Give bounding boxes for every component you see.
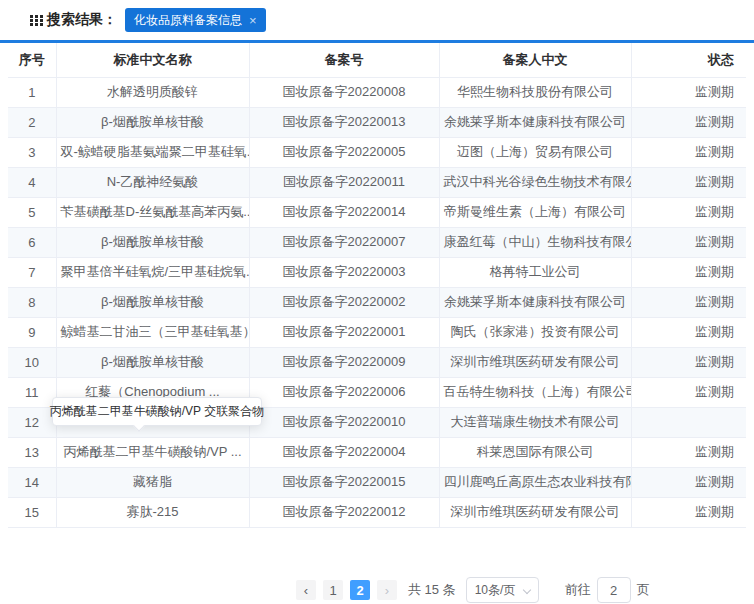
table-cell-registrant: 科莱恩国际有限公司 [439, 437, 631, 467]
chevron-down-icon [522, 586, 530, 594]
table-cell-status: 监测期 [631, 137, 746, 167]
tooltip-text: 丙烯酰基二甲基牛磺酸钠/VP 交联聚合物 [50, 403, 264, 420]
filter-tag-label: 化妆品原料备案信息 [134, 12, 242, 29]
table-row[interactable]: 6β-烟酰胺单核苷酸国妆原备字20220007康盈红莓（中山）生物科技有限公..… [8, 227, 746, 257]
table-cell-reg_no: 国妆原备字20220014 [249, 197, 439, 227]
table-row[interactable]: 7聚甲基倍半硅氧烷/三甲基硅烷氧...国妆原备字20220003格苒特工业公司监… [8, 257, 746, 287]
results-label: 搜索结果： [47, 11, 117, 29]
table-cell-registrant: 深圳市维琪医药研发有限公司 [439, 347, 631, 377]
table-cell-registrant: 大连普瑞康生物技术有限公司 [439, 407, 631, 437]
table-cell-status: 监测期 [631, 227, 746, 257]
table-cell-no: 15 [8, 497, 56, 527]
page-button-1[interactable]: 1 [323, 580, 343, 600]
table-cell-registrant: 陶氏（张家港）投资有限公司 [439, 317, 631, 347]
column-header: 备案人中文 [439, 43, 631, 77]
table-cell-reg_no: 国妆原备字20220012 [249, 497, 439, 527]
table-cell-status: 监测期 [631, 497, 746, 527]
table-cell-registrant: 余姚莱孚斯本健康科技有限公司 [439, 287, 631, 317]
prev-page-button[interactable]: ‹ [296, 580, 316, 600]
table-cell-registrant: 迈图（上海）贸易有限公司 [439, 137, 631, 167]
table-cell-name: 鲸蜡基二甘油三（三甲基硅氧基）... [56, 317, 249, 347]
table-row[interactable]: 1水解透明质酸锌国妆原备字20220008华熙生物科技股份有限公司监测期 [8, 77, 746, 107]
table-cell-registrant: 格苒特工业公司 [439, 257, 631, 287]
results-header: 搜索结果： 化妆品原料备案信息 × [0, 0, 754, 40]
pagination: ‹ 1 2 › 共 15 条 10条/页 前往 页 [296, 577, 650, 603]
search-results-page: 搜索结果： 化妆品原料备案信息 × 序号标准中文名称备案号备案人中文状态 1水解… [0, 0, 754, 604]
page-button-2[interactable]: 2 [350, 580, 370, 600]
table-row[interactable]: 15寡肽-215国妆原备字20220012深圳市维琪医药研发有限公司监测期 [8, 497, 746, 527]
table-cell-status: 监测期 [631, 467, 746, 497]
table-cell-no: 7 [8, 257, 56, 287]
table-cell-registrant: 华熙生物科技股份有限公司 [439, 77, 631, 107]
table-cell-no: 9 [8, 317, 56, 347]
table-cell-reg_no: 国妆原备字20220001 [249, 317, 439, 347]
cell-tooltip: 丙烯酰基二甲基牛磺酸钠/VP 交联聚合物 [52, 397, 262, 426]
table-cell-no: 3 [8, 137, 56, 167]
table-cell-no: 13 [8, 437, 56, 467]
column-header: 序号 [8, 43, 56, 77]
table-cell-no: 5 [8, 197, 56, 227]
table-cell-reg_no: 国妆原备字20220006 [249, 377, 439, 407]
goto-label: 前往 [565, 581, 591, 599]
table-cell-no: 2 [8, 107, 56, 137]
table-header-row: 序号标准中文名称备案号备案人中文状态 [8, 43, 746, 77]
table-cell-status: 监测期 [631, 287, 746, 317]
table-cell-reg_no: 国妆原备字20220005 [249, 137, 439, 167]
table-row[interactable]: 9鲸蜡基二甘油三（三甲基硅氧基）...国妆原备字20220001陶氏（张家港）投… [8, 317, 746, 347]
table-cell-no: 6 [8, 227, 56, 257]
results-table: 序号标准中文名称备案号备案人中文状态 1水解透明质酸锌国妆原备字20220008… [8, 43, 746, 528]
goto-page-group: 前往 页 [565, 577, 650, 603]
table-cell-reg_no: 国妆原备字20220002 [249, 287, 439, 317]
table-cell-no: 1 [8, 77, 56, 107]
table-cell-registrant: 康盈红莓（中山）生物科技有限公... [439, 227, 631, 257]
tag-close-icon[interactable]: × [249, 14, 257, 27]
table-cell-status: 监测期 [631, 377, 746, 407]
table-row[interactable]: 5苄基磺酰基D-丝氨酰基高苯丙氨...国妆原备字20220014帝斯曼维生素（上… [8, 197, 746, 227]
table-cell-status: 监测期 [631, 167, 746, 197]
table-cell-name: 水解透明质酸锌 [56, 77, 249, 107]
table-cell-status: 监测期 [631, 197, 746, 227]
table-cell-registrant: 武汉中科光谷绿色生物技术有限公... [439, 167, 631, 197]
table-cell-name: 丙烯酰基二甲基牛磺酸钠/VP ... [56, 437, 249, 467]
table-row[interactable]: 3双-鲸蜡硬脂基氨端聚二甲基硅氧...国妆原备字20220005迈图（上海）贸易… [8, 137, 746, 167]
table-cell-reg_no: 国妆原备字20220007 [249, 227, 439, 257]
table-cell-name: 藏猪脂 [56, 467, 249, 497]
table-cell-status: 监测期 [631, 347, 746, 377]
table-cell-registrant: 深圳市维琪医药研发有限公司 [439, 497, 631, 527]
table-cell-registrant: 余姚莱孚斯本健康科技有限公司 [439, 107, 631, 137]
table-cell-reg_no: 国妆原备字20220013 [249, 107, 439, 137]
table-cell-status: 监测期 [631, 317, 746, 347]
table-cell-no: 14 [8, 467, 56, 497]
table-row[interactable]: 4N-乙酰神经氨酸国妆原备字20220011武汉中科光谷绿色生物技术有限公...… [8, 167, 746, 197]
table-cell-name: β-烟酰胺单核苷酸 [56, 287, 249, 317]
table-cell-reg_no: 国妆原备字20220009 [249, 347, 439, 377]
table-cell-status: 监测期 [631, 437, 746, 467]
table-cell-no: 10 [8, 347, 56, 377]
table-row[interactable]: 13丙烯酰基二甲基牛磺酸钠/VP ...国妆原备字20220004科莱恩国际有限… [8, 437, 746, 467]
table-cell-no: 8 [8, 287, 56, 317]
table-cell-registrant: 帝斯曼维生素（上海）有限公司 [439, 197, 631, 227]
table-cell-no: 4 [8, 167, 56, 197]
table-cell-name: β-烟酰胺单核苷酸 [56, 347, 249, 377]
page-size-select[interactable]: 10条/页 [466, 577, 539, 603]
table-cell-name: 寡肽-215 [56, 497, 249, 527]
goto-page-input[interactable] [597, 577, 631, 603]
table-cell-name: 双-鲸蜡硬脂基氨端聚二甲基硅氧... [56, 137, 249, 167]
table-cell-reg_no: 国妆原备字20220003 [249, 257, 439, 287]
table-cell-status: 监测期 [631, 77, 746, 107]
table-cell-status: 监测期 [631, 107, 746, 137]
table-cell-registrant: 百岳特生物科技（上海）有限公司 [439, 377, 631, 407]
goto-suffix-label: 页 [637, 581, 650, 599]
table-cell-reg_no: 国妆原备字20220015 [249, 467, 439, 497]
filter-tag[interactable]: 化妆品原料备案信息 × [125, 8, 266, 32]
table-row[interactable]: 10β-烟酰胺单核苷酸国妆原备字20220009深圳市维琪医药研发有限公司监测期 [8, 347, 746, 377]
table-cell-name: β-烟酰胺单核苷酸 [56, 227, 249, 257]
table-row[interactable]: 8β-烟酰胺单核苷酸国妆原备字20220002余姚莱孚斯本健康科技有限公司监测期 [8, 287, 746, 317]
table-row[interactable]: 14藏猪脂国妆原备字20220015四川鹿鸣丘高原生态农业科技有限...监测期 [8, 467, 746, 497]
column-header: 备案号 [249, 43, 439, 77]
next-page-button[interactable]: › [377, 580, 397, 600]
table-cell-name: β-烟酰胺单核苷酸 [56, 107, 249, 137]
table-cell-reg_no: 国妆原备字20220010 [249, 407, 439, 437]
table-row[interactable]: 2β-烟酰胺单核苷酸国妆原备字20220013余姚莱孚斯本健康科技有限公司监测期 [8, 107, 746, 137]
table-cell-registrant: 四川鹿鸣丘高原生态农业科技有限... [439, 467, 631, 497]
